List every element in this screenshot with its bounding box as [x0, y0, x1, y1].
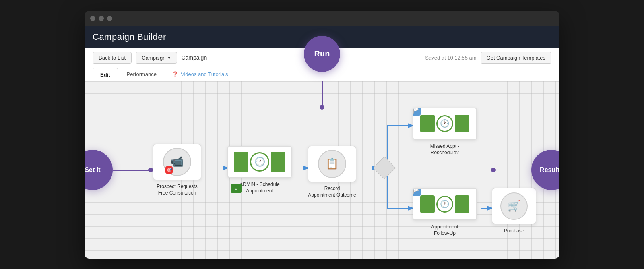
- run-button[interactable]: Run: [304, 36, 340, 72]
- appt-followup-node[interactable]: 🕐 🏳️ AppointmentFollow-Up: [413, 188, 477, 237]
- tab-edit[interactable]: Edit: [93, 68, 118, 81]
- diamond-shape: [373, 156, 396, 179]
- window-dot-2: [99, 16, 104, 21]
- record-icon: 📋: [318, 150, 346, 178]
- record-node[interactable]: 📋 RecordAppointment Outcome: [308, 146, 356, 199]
- app-window: Campaign Builder Back to List Campaign ▼…: [85, 11, 559, 259]
- results-circle[interactable]: Results: [531, 150, 559, 190]
- green-block-right: [271, 152, 285, 172]
- admin-schedule-node[interactable]: 🕐 » ADMIN - ScheduleAppointment: [227, 146, 292, 195]
- saved-status: Saved at 10:12:55 am: [425, 55, 476, 61]
- trigger-node-label: Prospect RequestsFree Consultation: [157, 183, 197, 197]
- green-block-right-small: [455, 115, 469, 132]
- clock-icon-followup: 🕐: [436, 196, 453, 213]
- set-it-circle[interactable]: Set It: [85, 150, 113, 190]
- trigger-badge: 🎯: [165, 166, 173, 174]
- run-connector-dot: [320, 105, 324, 110]
- green-block-left: [234, 152, 248, 172]
- title-bar: [85, 11, 559, 26]
- appt-followup-label: AppointmentFollow-Up: [431, 223, 458, 237]
- green-block-left-small: [420, 115, 435, 132]
- appt-followup-action-inner: 🕐: [420, 195, 469, 213]
- tab-performance[interactable]: Performance: [120, 68, 164, 81]
- flag-badge-followup: 🏳️: [413, 188, 421, 196]
- set-it-connector-line: [113, 170, 149, 171]
- chevron-down-icon: ▼: [167, 56, 171, 60]
- top-bar: Back to List Campaign ▼ Run Saved at 10:…: [85, 48, 559, 68]
- window-dot-1: [90, 16, 95, 21]
- clock-icon-small: 🕐: [436, 115, 453, 132]
- missed-appt-action-inner: 🕐: [420, 115, 469, 132]
- clock-icon: 🕐: [250, 152, 269, 172]
- get-templates-button[interactable]: Get Campaign Templates: [481, 52, 551, 64]
- flag-badge-missed: 🏳️: [413, 108, 421, 116]
- purchase-icon: 🛒: [500, 192, 528, 220]
- set-it-connector-dot: [148, 168, 153, 172]
- trigger-node[interactable]: 📹 🎯 Prospect RequestsFree Consultation: [153, 144, 201, 197]
- canvas-area[interactable]: Set It Results: [85, 81, 559, 259]
- app-title: Campaign Builder: [93, 32, 166, 42]
- back-to-list-button[interactable]: Back to List: [93, 52, 132, 64]
- campaign-dropdown-button[interactable]: Campaign ▼: [136, 52, 177, 64]
- missed-appt-node[interactable]: 🕐 🏳️ Missed Appt -Reschedule?: [413, 108, 477, 157]
- run-connector-line: [322, 81, 323, 106]
- window-dot-3: [107, 16, 112, 21]
- results-connector-dot: [491, 168, 496, 172]
- campaign-dropdown-label: Campaign: [142, 55, 165, 61]
- question-icon: ❓: [172, 71, 178, 77]
- purchase-node[interactable]: 🛒 Purchase: [492, 188, 536, 234]
- run-button-container: Run: [304, 36, 340, 72]
- record-node-label: RecordAppointment Outcome: [308, 185, 356, 199]
- action-inner: 🕐: [234, 152, 285, 172]
- decision-diamond[interactable]: [376, 160, 392, 176]
- missed-appt-label: Missed Appt -Reschedule?: [430, 143, 460, 157]
- green-block-right-followup: [455, 195, 469, 213]
- green-block-left-followup: [420, 195, 435, 213]
- purchase-label: Purchase: [504, 228, 524, 234]
- campaign-name-input[interactable]: [181, 54, 252, 61]
- tutorials-link[interactable]: ❓ Videos and Tutorials: [172, 71, 228, 77]
- admin-schedule-label: ADMIN - ScheduleAppointment: [239, 181, 279, 195]
